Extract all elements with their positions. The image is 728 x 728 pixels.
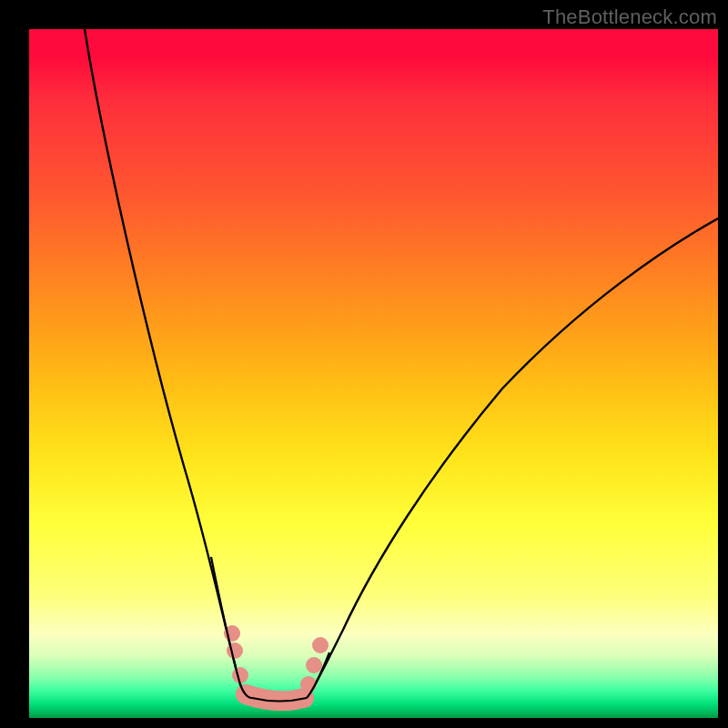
plot-area xyxy=(29,29,718,718)
salmon-marker xyxy=(312,637,329,653)
curve-overlay xyxy=(29,29,718,718)
left-curve xyxy=(85,29,252,698)
salmon-marker xyxy=(227,642,243,659)
right-curve xyxy=(307,218,718,698)
chart-frame: TheBottleneck.com xyxy=(0,0,728,728)
watermark-text: TheBottleneck.com xyxy=(542,5,717,29)
salmon-marker xyxy=(306,657,322,673)
